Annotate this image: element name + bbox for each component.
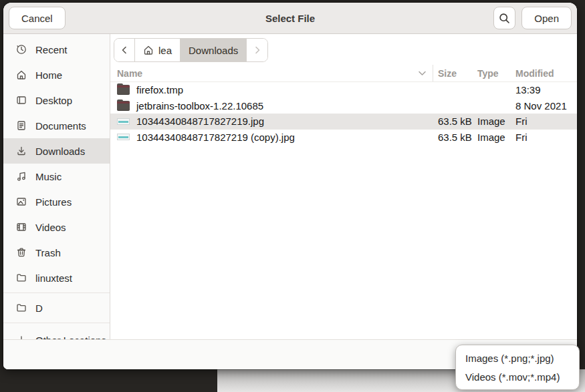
music-note-icon bbox=[16, 171, 27, 182]
file-filter-popup: Images (*.png;*.jpg) Videos (*.mov;*.mp4… bbox=[455, 345, 580, 390]
file-chooser-dialog: Cancel Select File Open Recent Home bbox=[3, 3, 577, 369]
folder-icon bbox=[117, 101, 130, 111]
file-type: Image bbox=[477, 116, 515, 127]
sidebar-item-d[interactable]: D bbox=[3, 295, 110, 321]
other-locations-icon bbox=[16, 335, 27, 339]
file-list: firefox.tmp 13:39 jetbrains-toolbox-1.22… bbox=[110, 82, 577, 339]
sidebar-item-pictures[interactable]: Pictures bbox=[3, 189, 110, 214]
sidebar-item-home[interactable]: Home bbox=[3, 62, 110, 87]
sidebar-item-label: Videos bbox=[35, 222, 66, 233]
places-sidebar: Recent Home Desktop Documents Downloads bbox=[3, 34, 110, 339]
file-size: 63.5 kB bbox=[433, 132, 477, 143]
filter-option-images[interactable]: Images (*.png;*.jpg) bbox=[456, 349, 579, 367]
file-row-firefox-tmp[interactable]: firefox.tmp 13:39 bbox=[110, 82, 577, 98]
column-header-size[interactable]: Size bbox=[433, 68, 477, 79]
sidebar-item-music[interactable]: Music bbox=[3, 164, 110, 189]
file-name: 10344340848717827219.jpg bbox=[136, 116, 264, 127]
file-modified: 13:39 bbox=[515, 84, 577, 95]
sidebar-item-label: Music bbox=[35, 171, 62, 182]
file-name: 10344340848717827219 (copy).jpg bbox=[136, 132, 295, 143]
chevron-down-icon bbox=[418, 70, 427, 76]
sidebar-item-trash[interactable]: Trash bbox=[3, 240, 110, 265]
sidebar-item-label: Pictures bbox=[35, 196, 72, 208]
file-name: firefox.tmp bbox=[136, 84, 183, 95]
sidebar-item-label: Desktop bbox=[35, 95, 72, 106]
image-thumbnail-icon bbox=[117, 118, 130, 125]
file-row-jpg-selected[interactable]: 10344340848717827219.jpg 63.5 kB Image F… bbox=[110, 114, 577, 130]
desktop-icon bbox=[16, 95, 27, 106]
sidebar-item-label: linuxtest bbox=[35, 272, 72, 284]
file-modified: Fri bbox=[515, 132, 577, 143]
file-type: Image bbox=[477, 132, 515, 143]
image-thumbnail-icon bbox=[117, 134, 130, 140]
file-modified: 8 Nov 2021 bbox=[515, 100, 577, 112]
download-icon bbox=[16, 146, 27, 156]
sidebar-item-label: Trash bbox=[35, 247, 61, 258]
folder-icon bbox=[16, 303, 27, 313]
sidebar-item-label: D bbox=[35, 303, 43, 314]
open-button[interactable]: Open bbox=[521, 7, 572, 29]
sidebar-separator bbox=[3, 292, 110, 293]
cancel-button[interactable]: Cancel bbox=[9, 7, 66, 29]
path-segment-label: lea bbox=[158, 45, 172, 56]
file-modified: Fri bbox=[515, 116, 577, 127]
home-icon bbox=[143, 45, 154, 55]
path-segment-downloads[interactable]: Downloads bbox=[181, 39, 247, 61]
file-name: jetbrains-toolbox-1.22.10685 bbox=[136, 100, 263, 112]
column-label: Name bbox=[117, 68, 142, 79]
chevron-right-icon bbox=[254, 46, 261, 54]
sidebar-item-label: Home bbox=[35, 69, 62, 81]
home-icon bbox=[16, 69, 27, 80]
forward-button[interactable] bbox=[247, 39, 267, 61]
list-column-headers: Name Size Type Modified bbox=[110, 65, 577, 82]
sidebar-item-desktop[interactable]: Desktop bbox=[3, 87, 110, 113]
sidebar-item-label: Recent bbox=[35, 44, 68, 55]
sidebar-item-linuxtest[interactable]: linuxtest bbox=[3, 265, 110, 290]
search-button[interactable] bbox=[493, 7, 515, 29]
folder-icon bbox=[117, 85, 130, 95]
header-bar: Cancel Select File Open bbox=[3, 3, 577, 34]
search-icon bbox=[499, 13, 510, 24]
filter-option-videos[interactable]: Videos (*.mov;*.mp4) bbox=[456, 367, 579, 386]
folder-icon bbox=[16, 272, 27, 283]
sidebar-separator bbox=[3, 323, 110, 323]
back-button[interactable] bbox=[114, 39, 135, 61]
picture-icon bbox=[16, 196, 27, 207]
path-segment-home[interactable]: lea bbox=[135, 39, 181, 61]
sidebar-item-documents[interactable]: Documents bbox=[3, 113, 110, 138]
sidebar-item-label: Documents bbox=[35, 120, 86, 132]
trash-icon bbox=[16, 247, 27, 258]
film-icon bbox=[16, 222, 27, 232]
sidebar-item-videos[interactable]: Videos bbox=[3, 214, 110, 240]
column-header-name[interactable]: Name bbox=[110, 65, 433, 81]
column-header-modified[interactable]: Modified bbox=[515, 68, 577, 79]
path-segment-label: Downloads bbox=[189, 45, 238, 56]
sidebar-item-downloads[interactable]: Downloads bbox=[3, 138, 110, 164]
sidebar-item-other-locations[interactable]: Other Locations bbox=[3, 327, 110, 339]
sidebar-item-label: Downloads bbox=[35, 146, 85, 157]
chevron-left-icon bbox=[121, 46, 128, 54]
column-header-type[interactable]: Type bbox=[477, 68, 515, 79]
sidebar-item-label: Other Locations bbox=[35, 335, 106, 340]
sidebar-item-recent[interactable]: Recent bbox=[3, 37, 110, 62]
file-browser-pane: lea Downloads Name Size bbox=[110, 34, 577, 339]
clock-icon bbox=[16, 44, 27, 55]
dialog-title: Select File bbox=[3, 13, 577, 24]
file-row-jpg-copy[interactable]: 10344340848717827219 (copy).jpg 63.5 kB … bbox=[110, 130, 577, 146]
file-row-jetbrains-toolbox[interactable]: jetbrains-toolbox-1.22.10685 8 Nov 2021 bbox=[110, 98, 577, 114]
document-icon bbox=[16, 120, 27, 131]
path-bar: lea Downloads bbox=[114, 38, 268, 62]
file-size: 63.5 kB bbox=[433, 116, 477, 127]
